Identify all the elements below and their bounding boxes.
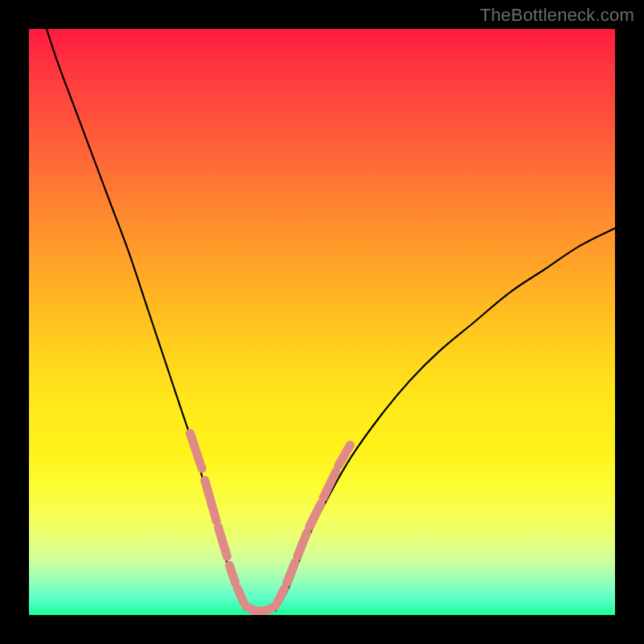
curve-svg (29, 29, 615, 615)
highlight-dash (297, 533, 307, 556)
bottleneck-curve (47, 29, 615, 612)
highlight-dash (204, 481, 217, 522)
watermark-label: TheBottleneck.com (480, 5, 634, 26)
chart-frame: TheBottleneck.com (0, 0, 644, 644)
highlight-dash (323, 472, 336, 498)
plot-area (29, 29, 615, 615)
highlight-dash (287, 562, 295, 582)
highlight-dash (309, 504, 321, 527)
highlight-dash (218, 527, 227, 556)
highlight-dashes (190, 433, 350, 611)
highlight-dash (278, 588, 285, 602)
highlight-dash (229, 565, 235, 583)
highlight-dash (190, 433, 202, 469)
highlight-dash (237, 588, 243, 602)
highlight-dash (268, 606, 275, 609)
